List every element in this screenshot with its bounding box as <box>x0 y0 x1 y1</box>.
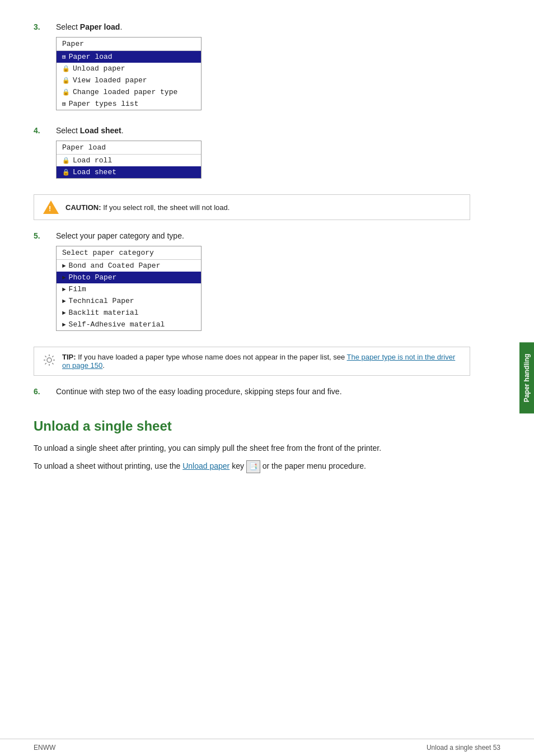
menu-item-roll-label: Load roll <box>73 156 112 165</box>
step-4: 4. Select Load sheet. Paper load 🔒 Load … <box>34 126 470 179</box>
step-3-menu: Paper ⊞ Paper load 🔒 Unload paper 🔒 View… <box>56 37 202 110</box>
menu-item-bond[interactable]: ► Bond and Coated Paper <box>57 260 201 272</box>
expand-icon-paper-load: ⊞ <box>62 53 66 60</box>
body-para-2: To unload a sheet without printing, use … <box>34 460 470 473</box>
lock-icon-view: 🔒 <box>62 77 70 84</box>
tip-text-content: TIP: If you have loaded a paper type who… <box>62 353 461 370</box>
step-5: 5. Select your paper category and type. … <box>34 231 470 331</box>
step-3-text-after: . <box>120 22 122 31</box>
step-4-text: Select Load sheet. <box>56 126 470 135</box>
tip-sun-icon <box>43 354 55 369</box>
caution-box: CAUTION: If you select roll, the sheet w… <box>34 194 470 220</box>
step-3-number: 3. <box>34 22 50 31</box>
step-4-text-before: Select <box>56 126 80 135</box>
menu-item-paper-types[interactable]: ⊞ Paper types list <box>57 98 201 110</box>
step-5-number: 5. <box>34 231 50 240</box>
menu-item-unload-label: Unload paper <box>73 64 125 73</box>
lock-icon-sheet: 🔒 <box>62 169 70 176</box>
step-6-content: Continue with step two of the easy loadi… <box>56 387 470 402</box>
step-6-number: 6. <box>34 387 50 396</box>
step-5-menu: Select paper category ► Bond and Coated … <box>56 246 202 331</box>
step-4-text-after: . <box>121 126 124 135</box>
step-3-text: Select Paper load. <box>56 22 470 31</box>
arrow-technical: ► <box>62 298 66 305</box>
footer: ENWW Unload a single sheet 53 <box>0 739 534 756</box>
menu-item-view-loaded[interactable]: 🔒 View loaded paper <box>57 74 201 86</box>
step-4-menu-title: Paper load <box>57 141 201 154</box>
footer-right: Unload a single sheet 53 <box>427 744 500 752</box>
step-4-content: Select Load sheet. Paper load 🔒 Load rol… <box>56 126 470 179</box>
menu-item-adhesive[interactable]: ► Self-Adhesive material <box>57 319 201 330</box>
caution-label: CAUTION: <box>65 203 101 212</box>
menu-item-sheet-label: Load sheet <box>73 168 116 176</box>
menu-item-technical[interactable]: ► Technical Paper <box>57 295 201 307</box>
menu-item-load-sheet[interactable]: 🔒 Load sheet <box>57 166 201 178</box>
step-5-text: Select your paper category and type. <box>56 231 470 240</box>
lock-icon-roll: 🔒 <box>62 157 70 164</box>
arrow-film: ► <box>62 286 66 293</box>
para-2-after: or the paper menu procedure. <box>260 461 366 470</box>
step-6-text: Continue with step two of the easy loadi… <box>56 387 470 396</box>
tip-label: TIP: <box>62 353 76 361</box>
menu-item-adhesive-label: Self-Adhesive material <box>69 320 165 329</box>
svg-line-5 <box>45 356 46 357</box>
step-3-text-bold: Paper load <box>80 22 120 31</box>
step-4-menu: Paper load 🔒 Load roll 🔒 Load sheet <box>56 141 202 179</box>
tip-text-after: . <box>102 361 105 370</box>
arrow-adhesive: ► <box>62 321 66 328</box>
expand-icon-types: ⊞ <box>62 100 66 108</box>
step-3-text-before: Select <box>56 22 80 31</box>
step-4-text-bold: Load sheet <box>80 126 121 135</box>
menu-item-view-label: View loaded paper <box>73 76 147 85</box>
caution-text: CAUTION: If you select roll, the sheet w… <box>65 203 229 212</box>
svg-point-0 <box>47 358 51 362</box>
menu-item-change-label: Change loaded paper type <box>73 88 177 96</box>
unload-paper-link[interactable]: Unload paper <box>182 461 229 470</box>
para-2-middle: key <box>229 461 246 470</box>
lock-icon-change: 🔒 <box>62 88 70 96</box>
unload-key-icon: 📑 <box>246 460 260 473</box>
menu-item-photo[interactable]: ► Photo Paper <box>57 272 201 283</box>
menu-item-paper-load[interactable]: ⊞ Paper load <box>57 51 201 63</box>
lock-icon-unload: 🔒 <box>62 65 70 72</box>
menu-item-film[interactable]: ► Film <box>57 283 201 295</box>
caution-message: If you select roll, the sheet will not l… <box>103 203 229 212</box>
arrow-photo: ► <box>62 274 66 281</box>
menu-item-change-type[interactable]: 🔒 Change loaded paper type <box>57 86 201 98</box>
step-6: 6. Continue with step two of the easy lo… <box>34 387 470 402</box>
menu-item-backlit-label: Backlit material <box>69 309 139 317</box>
menu-item-load-roll[interactable]: 🔒 Load roll <box>57 155 201 166</box>
step-5-menu-title: Select paper category <box>57 246 201 259</box>
menu-item-film-label: Film <box>69 285 86 293</box>
arrow-bond: ► <box>62 263 66 269</box>
step-5-content: Select your paper category and type. Sel… <box>56 231 470 331</box>
menu-item-backlit[interactable]: ► Backlit material <box>57 307 201 319</box>
caution-triangle-icon <box>43 200 59 214</box>
side-tab: Paper handling <box>519 343 534 414</box>
step-3-menu-title: Paper <box>57 38 201 50</box>
step-4-number: 4. <box>34 126 50 135</box>
menu-item-photo-label: Photo Paper <box>69 273 117 282</box>
svg-line-6 <box>52 363 53 364</box>
menu-item-bond-label: Bond and Coated Paper <box>69 262 161 270</box>
step-3-content: Select Paper load. Paper ⊞ Paper load 🔒 … <box>56 22 470 110</box>
tip-box: TIP: If you have loaded a paper type who… <box>34 347 470 376</box>
menu-item-paper-load-label: Paper load <box>69 53 113 61</box>
svg-line-7 <box>52 356 53 357</box>
para-2-before: To unload a sheet without printing, use … <box>34 461 182 470</box>
menu-item-technical-label: Technical Paper <box>69 297 134 305</box>
step-3: 3. Select Paper load. Paper ⊞ Paper load… <box>34 22 470 110</box>
menu-item-types-label: Paper types list <box>69 100 139 108</box>
footer-left: ENWW <box>34 744 55 752</box>
arrow-backlit: ► <box>62 310 66 316</box>
section-heading: Unload a single sheet <box>34 418 470 434</box>
body-para-1: To unload a single sheet after printing,… <box>34 442 470 454</box>
menu-item-unload-paper[interactable]: 🔒 Unload paper <box>57 63 201 74</box>
tip-text-before: If you have loaded a paper type whose na… <box>78 353 346 361</box>
svg-line-8 <box>45 363 46 364</box>
